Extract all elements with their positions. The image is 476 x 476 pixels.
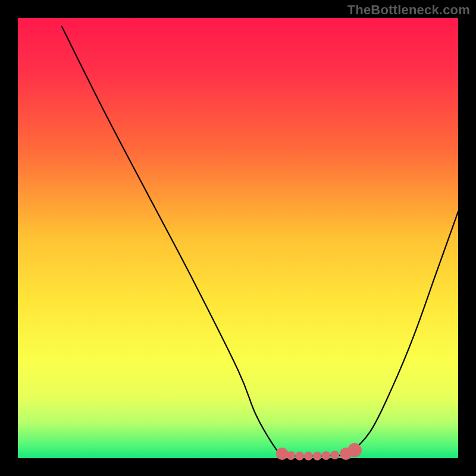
chart-stage: TheBottleneck.com: [0, 0, 476, 476]
watermark-text: TheBottleneck.com: [347, 2, 470, 18]
chart-background: [18, 18, 458, 458]
valley-bead: [330, 450, 339, 459]
valley-bead: [276, 447, 289, 460]
valley-bead: [304, 452, 313, 461]
valley-bead: [313, 452, 322, 461]
valley-bead: [286, 451, 295, 460]
valley-bead: [295, 452, 304, 461]
valley-bead: [347, 443, 362, 458]
bottleneck-chart: [0, 0, 476, 476]
valley-bead: [322, 451, 331, 460]
